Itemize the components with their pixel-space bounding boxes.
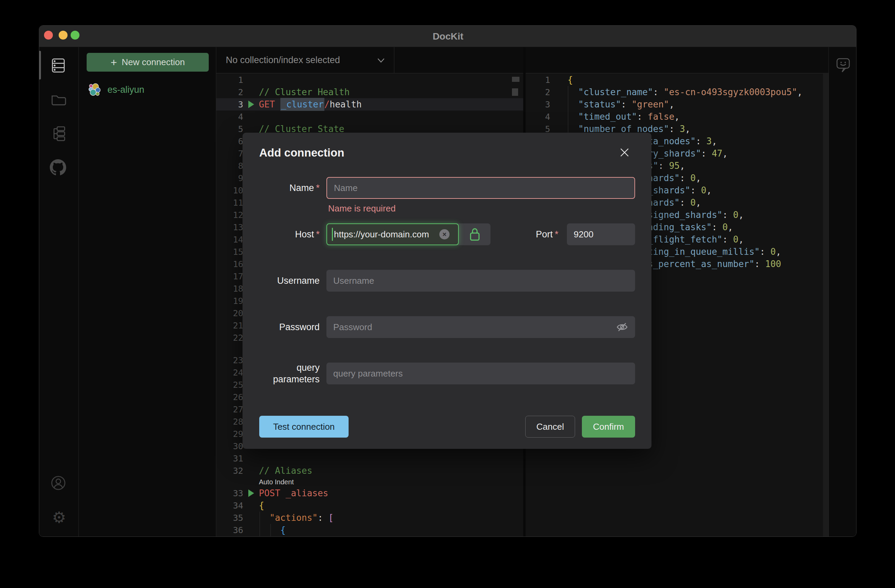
code-text: "status": "green",	[567, 99, 674, 109]
host-label: Host*	[243, 223, 320, 245]
query-parameters-label: query parameters	[243, 362, 320, 384]
collection-index-select[interactable]: No collection/index selected	[216, 47, 394, 73]
line-number: 1	[526, 75, 550, 85]
sidebar-item-github[interactable]	[49, 158, 68, 177]
line-number: 28	[216, 417, 243, 427]
code-line[interactable]: 34{	[216, 499, 523, 512]
indent-guide	[270, 524, 271, 536]
line-number: 16	[216, 259, 243, 269]
query-parameters-input[interactable]	[326, 362, 635, 384]
minimap-mark	[512, 77, 519, 82]
response-scrollbar[interactable]	[823, 74, 828, 537]
sidebar-item-settings[interactable]: ⚙	[50, 508, 68, 527]
code-text: GET _cluster/health	[259, 99, 361, 109]
sidebar-item-account[interactable]	[49, 473, 68, 493]
line-number: 5	[216, 124, 243, 134]
code-line[interactable]: 32// Aliases	[216, 465, 523, 477]
clear-input-icon[interactable]: ×	[439, 229, 449, 239]
line-number: 19	[216, 296, 243, 306]
line-number: 35	[216, 513, 243, 523]
line-number: 36	[216, 525, 243, 535]
traffic-light-minimize-button[interactable]	[59, 31, 68, 39]
line-number: 12	[216, 210, 243, 220]
code-line[interactable]: 2// Cluster Health	[216, 86, 523, 98]
line-number: 21	[216, 321, 243, 330]
connections-panel: + New connection es-aliyun	[79, 47, 216, 537]
collection-select-value: No collection/index selected	[226, 55, 340, 65]
port-input[interactable]	[567, 223, 635, 245]
name-input[interactable]	[326, 177, 635, 199]
sidebar-item-connections[interactable]	[49, 56, 68, 75]
line-number: 3	[216, 100, 243, 109]
code-line[interactable]: 35 "actions": [	[216, 512, 523, 524]
line-number: 2	[526, 87, 550, 97]
run-query-button[interactable]	[243, 101, 259, 108]
code-line[interactable]: 1{	[526, 74, 828, 86]
line-number: 33	[216, 488, 243, 498]
code-text: "cluster_name": "es-cn-o493sgyzk0003pou5…	[567, 87, 802, 97]
feedback-button[interactable]	[835, 57, 851, 73]
sidebar-item-files[interactable]	[49, 90, 68, 109]
line-number: 14	[216, 235, 243, 244]
gear-icon: ⚙	[52, 508, 66, 527]
confirm-button[interactable]: Confirm	[582, 416, 635, 438]
cancel-button[interactable]: Cancel	[525, 416, 575, 438]
port-label: Port*	[481, 223, 558, 245]
eye-off-icon[interactable]	[616, 321, 628, 333]
line-number: 23	[216, 355, 243, 365]
traffic-light-maximize-button[interactable]	[71, 31, 79, 39]
code-line[interactable]: 3 "status": "green",	[526, 98, 828, 111]
host-input[interactable]	[326, 223, 459, 245]
code-line[interactable]: 31	[216, 452, 523, 465]
code-text: // Cluster Health	[259, 87, 350, 97]
line-number: 13	[216, 222, 243, 232]
username-label: Username	[243, 270, 320, 292]
modal-title: Add connection	[259, 146, 344, 159]
code-line[interactable]: 3GET _cluster/health	[216, 98, 523, 111]
sidebar-item-structure[interactable]	[50, 124, 68, 143]
code-text: {	[567, 75, 573, 85]
close-icon[interactable]	[618, 145, 631, 159]
username-input[interactable]	[326, 270, 635, 292]
titlebar: DocKit	[39, 26, 857, 47]
code-line[interactable]: 4	[216, 111, 523, 123]
code-text: {	[259, 500, 264, 511]
code-line[interactable]: 33POST _aliases	[216, 487, 523, 499]
line-number: 29	[216, 429, 243, 439]
run-query-button[interactable]	[243, 489, 259, 497]
test-connection-button[interactable]: Test connection	[259, 416, 349, 438]
add-connection-modal: Add connection Name* Name is required Ho…	[243, 133, 651, 449]
lock-icon	[468, 227, 481, 242]
new-connection-button[interactable]: + New connection	[86, 53, 209, 72]
line-number: 17	[216, 271, 243, 281]
sidebar-icon-rail: ⚙	[39, 47, 79, 537]
connection-list-item[interactable]: es-aliyun	[79, 78, 216, 102]
required-asterisk: *	[316, 229, 320, 239]
line-number: 3	[526, 100, 550, 109]
line-number: 34	[216, 501, 243, 511]
line-number: 4	[216, 112, 243, 122]
code-text: POST _aliases	[259, 488, 328, 498]
line-number: 9	[216, 173, 243, 183]
line-number: 26	[216, 392, 243, 402]
tree-icon	[52, 126, 67, 141]
line-number: 10	[216, 186, 243, 195]
password-label: Password	[243, 316, 320, 338]
traffic-light-close-button[interactable]	[44, 31, 53, 39]
github-icon	[50, 159, 66, 176]
code-line[interactable]: 4 "timed_out": false,	[526, 111, 828, 123]
password-input[interactable]	[326, 316, 635, 338]
line-number: 6	[216, 136, 243, 146]
line-number: 15	[216, 247, 243, 257]
code-line[interactable]: 1	[216, 74, 523, 86]
window-title: DocKit	[39, 26, 857, 47]
code-line[interactable]: 2 "cluster_name": "es-cn-o493sgyzk0003po…	[526, 86, 828, 98]
codelens-label[interactable]: Auto Indent	[259, 478, 294, 486]
line-number: 31	[216, 454, 243, 464]
elasticsearch-logo-icon	[88, 83, 102, 97]
line-number: 27	[216, 405, 243, 414]
text-caret	[332, 228, 333, 241]
minimap-mark	[512, 88, 518, 96]
codelens-row[interactable]: Auto Indent	[216, 477, 523, 487]
code-line[interactable]: 36 {	[216, 524, 523, 536]
